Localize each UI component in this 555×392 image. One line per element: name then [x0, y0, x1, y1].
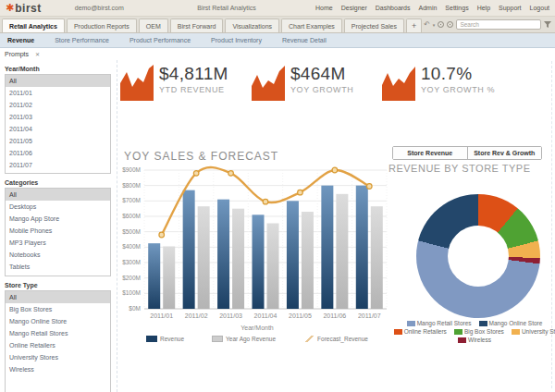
legend-label: Revenue	[160, 336, 184, 342]
list-item[interactable]: Mango Online Store	[6, 315, 110, 327]
filter-list-categories: AllDesktopsMango App StoreMobile PhonesM…	[5, 188, 111, 276]
svg-text:2011/05: 2011/05	[289, 312, 312, 319]
page-tab-revenue[interactable]: Revenue	[7, 37, 34, 43]
list-item[interactable]: Tablets	[6, 261, 110, 273]
search-input[interactable]	[456, 19, 541, 30]
undo-icon[interactable]: ↶	[424, 21, 430, 29]
history-icon[interactable]	[438, 21, 444, 28]
list-item[interactable]: Wireless	[6, 363, 110, 375]
donut-legend-wireless: Wireless	[458, 337, 491, 343]
page-tab-product-performance[interactable]: Product Performance	[130, 37, 191, 43]
kpi-text: $464M YOY GROWTH	[290, 64, 353, 94]
tab-oem[interactable]: OEM	[139, 18, 168, 32]
kpi-yoy-growth-pct: 10.7% YOY GROWTH %	[382, 64, 495, 101]
prompts-header: Prompts ✕	[0, 48, 122, 60]
legend-label: Big Box Stores	[464, 328, 504, 335]
close-icon[interactable]: ✕	[35, 51, 40, 57]
chart-title: YOY SALES & FORECAST	[124, 150, 394, 163]
menu-item-support[interactable]: Support	[499, 5, 522, 11]
page-tab-revenue-detail[interactable]: Revenue Detail	[282, 37, 327, 43]
undo-dropdown-icon[interactable]: ▾	[433, 22, 436, 28]
menu-item-help[interactable]: Help	[477, 5, 490, 11]
list-item[interactable]: MP3 Players	[6, 237, 110, 249]
revenue-by-store-type-donut[interactable]	[416, 194, 540, 318]
menu-item-dashboards[interactable]: Dashboards	[376, 5, 411, 11]
menu-item-logout[interactable]: Logout	[530, 5, 549, 11]
donut-legend-mango-online-store: Mango Online Store	[479, 320, 543, 326]
list-item[interactable]: 2011/02	[6, 99, 110, 111]
yoy-sales-forecast-widget: YOY SALES & FORECAST $0M$100M$200M$300M$…	[120, 150, 394, 342]
legend-swatch	[479, 321, 487, 326]
store-rev-growth-button[interactable]: Store Rev & Growth	[467, 147, 542, 159]
list-item[interactable]: All	[6, 189, 110, 201]
svg-text:$0M: $0M	[129, 305, 141, 312]
list-item[interactable]: 2011/06	[6, 147, 110, 159]
tab-retail-analytics[interactable]: Retail Analytics	[2, 18, 65, 32]
list-item[interactable]: Mango Retail Stores	[6, 327, 110, 339]
tab-projected-sales[interactable]: Projected Sales	[344, 18, 404, 32]
yoy-chart-canvas: $0M$100M$200M$300M$400M$500M$600M$700M$8…	[120, 165, 392, 324]
list-item[interactable]: Desktops	[6, 201, 110, 213]
add-dashboard-tab-button[interactable]: +	[406, 18, 422, 32]
bar-swatch	[212, 336, 223, 342]
product-title: Birst Retail Analytics	[171, 5, 282, 11]
refresh-icon[interactable]	[447, 21, 453, 28]
yoy-sales-forecast-chart[interactable]: $0M$100M$200M$300M$400M$500M$600M$700M$8…	[120, 165, 394, 324]
toolbar-tools: ↶ ▾	[424, 19, 555, 32]
kpi-yoy-growth: $464M YOY GROWTH	[252, 64, 353, 101]
store-revenue-button[interactable]: Store Revenue	[393, 147, 467, 159]
legend-swatch	[512, 329, 520, 335]
list-item[interactable]: 2011/01	[6, 87, 110, 99]
tab-production-reports[interactable]: Production Reports	[67, 18, 137, 32]
list-item[interactable]: 2011/03	[6, 111, 110, 123]
tab-birst-forward[interactable]: Birst Forward	[170, 18, 224, 32]
store-view-toggle: Store Revenue Store Rev & Growth	[392, 146, 542, 160]
legend-label: University St	[522, 328, 555, 335]
tab-chart-examples[interactable]: Chart Examples	[281, 18, 342, 32]
list-item[interactable]: All	[6, 75, 110, 87]
menu-item-settings[interactable]: Settings	[445, 5, 468, 11]
legend-swatch	[394, 329, 402, 335]
list-item[interactable]: 2011/07	[6, 159, 110, 171]
list-item[interactable]: 2011/05	[6, 135, 110, 147]
filter-list-year-month: All2011/012011/022011/032011/042011/0520…	[5, 74, 111, 174]
sparkline-icon	[252, 64, 286, 101]
kpi-label: YTD REVENUE	[159, 85, 228, 94]
filter-label-year-month: Year/Month	[5, 66, 111, 72]
sparkline-icon	[382, 64, 416, 101]
svg-text:2011/07: 2011/07	[358, 312, 381, 319]
birst-logo-text: birst	[15, 2, 42, 15]
list-item[interactable]: Big Box Stores	[6, 303, 110, 315]
page-tab-store-performance[interactable]: Store Performance	[55, 37, 109, 43]
legend-swatch	[458, 337, 466, 343]
filter-icon[interactable]	[544, 21, 551, 29]
svg-text:2011/03: 2011/03	[219, 312, 242, 319]
list-item[interactable]: Mango App Store	[6, 213, 110, 225]
list-item[interactable]: 2011/04	[6, 123, 110, 135]
list-item[interactable]: All	[6, 291, 110, 303]
dashboard-content: $4,811M YTD REVENUE $464M YOY GROWTH 10.…	[118, 59, 555, 392]
svg-text:2011/01: 2011/01	[150, 312, 173, 319]
menu-item-admin[interactable]: Admin	[419, 5, 438, 11]
menu-item-designer[interactable]: Designer	[341, 5, 367, 11]
tab-visualizations[interactable]: Visualizations	[225, 18, 279, 32]
kpi-label: YOY GROWTH	[290, 85, 353, 94]
list-item[interactable]: Notebooks	[6, 249, 110, 261]
kpi-text: $4,811M YTD REVENUE	[159, 64, 228, 94]
list-item[interactable]: University Stores	[6, 351, 110, 363]
kpi-value: $464M	[290, 64, 353, 84]
sparkline-icon	[120, 64, 154, 101]
list-item[interactable]: Online Retailers	[6, 339, 110, 351]
prompts-title: Prompts	[5, 51, 29, 57]
svg-text:$200M: $200M	[122, 275, 141, 281]
list-item[interactable]: Mobile Phones	[6, 225, 110, 237]
legend-label: Mango Retail Stores	[417, 320, 472, 326]
top-header-bar: ✱ birst demo@birst.com Birst Retail Anal…	[0, 0, 555, 17]
kpi-value: $4,811M	[159, 64, 228, 84]
page-tab-product-inventory[interactable]: Product Inventory	[211, 37, 262, 43]
filter-label-categories: Categories	[5, 179, 111, 186]
svg-text:2011/04: 2011/04	[254, 312, 278, 319]
birst-logo[interactable]: ✱ birst	[6, 2, 42, 15]
svg-text:$900M: $900M	[122, 166, 141, 173]
menu-item-home[interactable]: Home	[315, 5, 333, 11]
